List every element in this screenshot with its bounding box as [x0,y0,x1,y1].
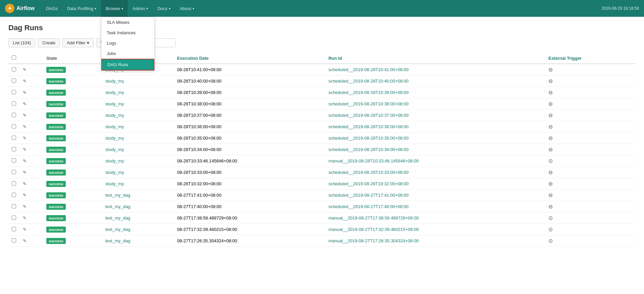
edit-icon[interactable]: ✎ [23,136,27,141]
state-badge: success [46,124,65,130]
edit-icon[interactable]: ✎ [23,204,27,209]
row-checkbox[interactable] [12,158,16,163]
table-row: ✎successtest_my_dag08-27T17:41:00+08:00s… [8,190,636,201]
row-checkbox[interactable] [12,215,16,220]
row-checkbox[interactable] [12,204,16,208]
row-checkbox[interactable] [12,227,16,231]
nav-item-docs[interactable]: Docs ▾ [153,0,175,17]
run-id-link[interactable]: scheduled__2019-08-28T10:32:00+08:00 [329,181,409,186]
edit-icon[interactable]: ✎ [23,67,27,72]
dropdown-item-sla-misses[interactable]: SLA Misses [101,17,154,28]
dag-id-link[interactable]: study_my [105,79,124,84]
row-checkbox[interactable] [12,113,16,117]
row-checkbox[interactable] [12,181,16,186]
dag-id-link[interactable]: test_my_dag [105,204,130,209]
table-row: ✎successstudy_my08-28T10:38:00+08:00sche… [8,98,636,110]
edit-icon[interactable]: ✎ [23,124,27,129]
dag-id-link[interactable]: study_my [105,147,124,152]
dag-id-link[interactable]: test_my_dag [105,238,130,243]
nav-item-about[interactable]: About ▾ [175,0,199,17]
dag-id-link[interactable]: test_my_dag [105,193,130,198]
table-row: ✎successstudy_my08-28T10:37:00+08:00sche… [8,110,636,121]
edit-icon[interactable]: ✎ [23,170,27,175]
edit-icon[interactable]: ✎ [23,147,27,152]
edit-icon[interactable]: ✎ [23,90,27,95]
row-checkbox[interactable] [12,193,16,197]
col-header-external-trigger[interactable]: External Trigger [545,53,636,64]
row-checkbox[interactable] [12,136,16,140]
row-checkbox[interactable] [12,238,16,243]
external-trigger-icon: ⊖ [548,192,553,198]
dag-id-link[interactable]: study_my [105,181,124,186]
external-trigger-icon: ⊖ [548,135,553,141]
add-filter-button[interactable]: Add Filter ▾ [62,38,93,47]
run-id-link[interactable]: scheduled__2019-08-28T10:34:00+08:00 [329,147,409,152]
run-id-link[interactable]: scheduled__2019-08-28T10:35:00+08:00 [329,136,409,141]
edit-icon[interactable]: ✎ [23,227,27,232]
dropdown-item-jobs[interactable]: Jobs [101,48,154,59]
dag-id-link[interactable]: study_my [105,90,124,95]
dropdown-item-dag-runs[interactable]: DAG Runs [101,59,154,70]
brand-label: Airflow [16,5,35,11]
edit-icon[interactable]: ✎ [23,158,27,163]
edit-icon[interactable]: ✎ [23,215,27,220]
list-button[interactable]: List (104) [8,38,35,47]
nav-item-dags[interactable]: DAGs [41,0,62,17]
dag-id-link[interactable]: study_my [105,101,124,106]
run-id-link[interactable]: scheduled__2019-08-28T10:36:00+08:00 [329,124,409,129]
execution-date-cell: 08-28T10:35:00+08:00 [174,133,325,144]
row-checkbox[interactable] [12,67,16,71]
row-checkbox[interactable] [12,170,16,174]
run-id-link[interactable]: scheduled__2019-08-28T10:40:00+08:00 [329,79,409,84]
row-checkbox[interactable] [12,90,16,94]
run-id-link[interactable]: manual__2019-08-27T17:38:58.489729+08:00 [329,215,419,220]
run-id-link[interactable]: scheduled__2019-08-28T10:39:00+08:00 [329,90,409,95]
edit-icon[interactable]: ✎ [23,113,27,118]
execution-date-cell: 08-27T17:41:00+08:00 [174,190,325,201]
nav-item-data-profiling[interactable]: Data Profiling ▾ [62,0,101,17]
external-trigger-icon: ⊖ [548,147,553,152]
run-id-link[interactable]: scheduled__2019-08-27T17:41:00+08:00 [329,193,409,198]
run-id-link[interactable]: manual__2019-08-28T10:33:46.145646+08:00 [329,158,419,163]
brand-logo[interactable]: ✈ Airflow [5,4,35,13]
external-trigger-icon: ⊖ [548,90,553,95]
col-header-execution-date[interactable]: Execution Date [174,53,325,64]
edit-icon[interactable]: ✎ [23,181,27,186]
external-trigger-icon: ⊖ [548,169,553,175]
dag-id-link[interactable]: study_my [105,158,124,163]
execution-date-cell: 08-28T10:32:00+08:00 [174,178,325,190]
edit-icon[interactable]: ✎ [23,238,27,243]
edit-icon[interactable]: ✎ [23,193,27,198]
run-id-link[interactable]: scheduled__2019-08-28T10:33:00+08:00 [329,170,409,175]
edit-icon[interactable]: ✎ [23,101,27,106]
row-checkbox[interactable] [12,101,16,106]
run-id-link[interactable]: scheduled__2019-08-28T10:37:00+08:00 [329,113,409,118]
dag-id-link[interactable]: study_my [105,113,124,118]
col-header-checkbox [8,53,19,64]
col-header-run-id[interactable]: Run Id [325,53,545,64]
dag-id-link[interactable]: test_my_dag [105,227,130,232]
dag-id-link[interactable]: study_my [105,136,124,141]
table-wrapper: State Dag Id Execution Date Run Id Exter… [8,53,636,247]
select-all-checkbox[interactable] [12,55,16,60]
run-id-link[interactable]: scheduled__2019-08-27T17:40:00+08:00 [329,204,409,209]
run-id-link[interactable]: manual__2019-08-27T17:26:35.304324+08:00 [329,238,419,243]
dag-id-link[interactable]: study_my [105,170,124,175]
dropdown-item-task-instances[interactable]: Task Instances [101,28,154,38]
dag-id-link[interactable]: test_my_dag [105,215,130,220]
nav-items: DAGs Data Profiling ▾ Browse ▾ SLA Misse… [41,0,601,17]
run-id-link[interactable]: scheduled__2019-08-28T10:41:00+08:00 [329,67,409,72]
run-id-link[interactable]: manual__2019-08-27T17:32:39.460215+08:00 [329,227,419,232]
dag-id-link[interactable]: study_my [105,124,124,129]
dag-runs-table: State Dag Id Execution Date Run Id Exter… [8,53,636,247]
dropdown-item-logs[interactable]: Logs [101,38,154,48]
nav-item-browse[interactable]: Browse ▾ SLA Misses Task Instances Logs … [101,0,128,17]
edit-icon[interactable]: ✎ [23,79,27,84]
row-checkbox[interactable] [12,79,16,83]
row-checkbox[interactable] [12,147,16,151]
state-badge: success [46,90,65,96]
create-button[interactable]: Create [38,38,60,47]
run-id-link[interactable]: scheduled__2019-08-28T10:38:00+08:00 [329,101,409,106]
nav-item-admin[interactable]: Admin ▾ [128,0,153,17]
row-checkbox[interactable] [12,124,16,129]
